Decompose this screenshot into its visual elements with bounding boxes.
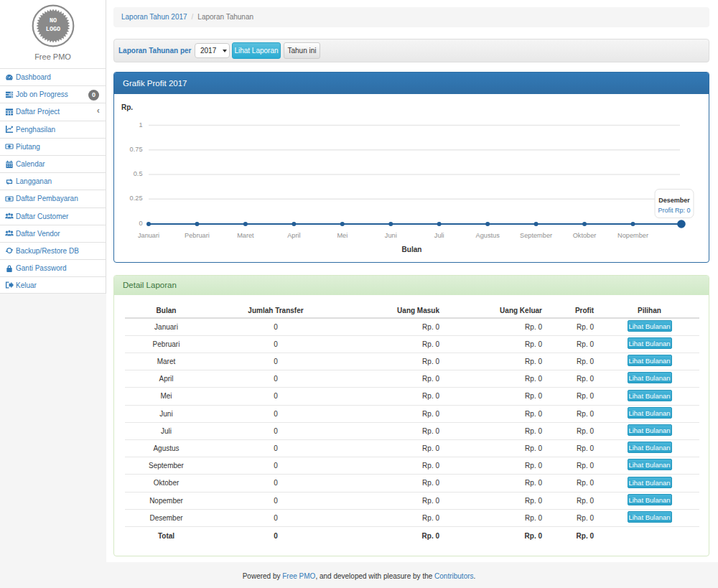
- svg-text:September: September: [520, 232, 552, 239]
- svg-text:Profit Rp: 0: Profit Rp: 0: [658, 207, 690, 214]
- svg-text:Bulan: Bulan: [402, 246, 422, 253]
- svg-text:Desember: Desember: [658, 197, 690, 204]
- svg-text:April: April: [287, 232, 300, 239]
- svg-text:0.5: 0.5: [134, 170, 143, 177]
- svg-text:Rp.: Rp.: [121, 103, 133, 111]
- svg-text:Maret: Maret: [237, 232, 254, 239]
- svg-text:LOGO: LOGO: [45, 26, 60, 33]
- svg-text:0: 0: [139, 220, 142, 227]
- svg-text:Januari: Januari: [138, 232, 159, 239]
- svg-text:NO: NO: [49, 17, 56, 24]
- svg-text:Oktober: Oktober: [573, 232, 597, 239]
- svg-text:Agustus: Agustus: [476, 232, 500, 239]
- svg-text:Nopember: Nopember: [617, 232, 648, 239]
- svg-text:0.75: 0.75: [130, 146, 143, 153]
- svg-text:1: 1: [139, 121, 142, 129]
- svg-text:Juli: Juli: [434, 232, 444, 239]
- svg-text:Mei: Mei: [337, 232, 348, 239]
- svg-text:0.25: 0.25: [130, 195, 143, 202]
- svg-text:Juni: Juni: [385, 232, 397, 239]
- svg-text:Pebruari: Pebruari: [185, 232, 210, 239]
